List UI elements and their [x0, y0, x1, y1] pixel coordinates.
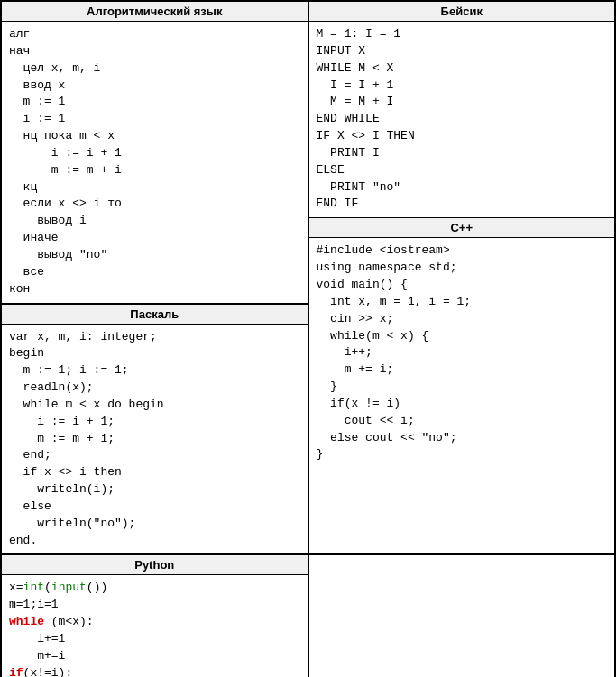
- algo-cell: Алгоритмический язык алг нач цел x, m, i…: [1, 1, 308, 304]
- basic-cell: Бейсик M = 1: I = 1 INPUT X WHILE M < X …: [309, 2, 615, 218]
- basic-code: M = 1: I = 1 INPUT X WHILE M < X I = I +…: [309, 22, 615, 217]
- python-code: x=int(input()) m=1;i=1 while (m<x): i+=1…: [2, 575, 308, 677]
- algo-header: Алгоритмический язык: [2, 2, 308, 22]
- empty-cell: [308, 554, 616, 677]
- pascal-cell: Паскаль var x, m, i: integer; begin m :=…: [1, 304, 308, 555]
- cpp-cell: C++ #include <iostream> using namespace …: [309, 218, 615, 553]
- pascal-code: var x, m, i: integer; begin m := 1; i :=…: [2, 325, 308, 554]
- pascal-header: Паскаль: [2, 305, 308, 325]
- algo-code: алг нач цел x, m, i ввод x m := 1 i := 1…: [2, 22, 308, 303]
- cpp-header: C++: [309, 218, 615, 238]
- python-header: Python: [2, 555, 308, 575]
- cpp-code: #include <iostream> using namespace std;…: [309, 238, 615, 468]
- basic-header: Бейсик: [309, 2, 615, 22]
- right-column: Бейсик M = 1: I = 1 INPUT X WHILE M < X …: [308, 1, 616, 554]
- python-cell: Python x=int(input()) m=1;i=1 while (m<x…: [1, 554, 308, 677]
